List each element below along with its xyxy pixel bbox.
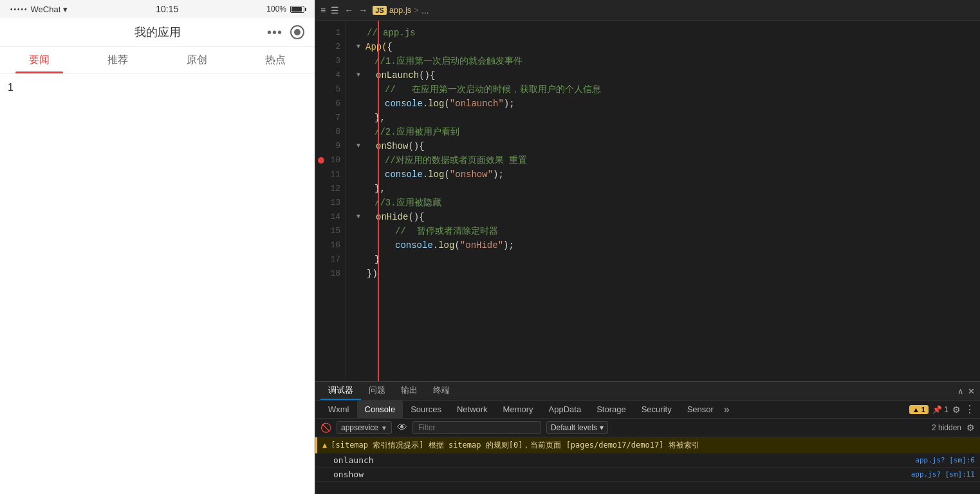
fold-arrow-2[interactable]: ▼ [356,40,364,54]
collapse-icon[interactable]: ∧ [957,386,964,396]
code-token: { [387,40,393,54]
devtools-tab-bar: Wxml Console Sources Network Memory AppD… [315,401,980,419]
line-num-6: 6 [315,97,346,111]
tab-output[interactable]: 输出 [393,382,425,400]
close-panel-icon[interactable]: ✕ [968,386,975,396]
bottom-panel: 调试器 问题 输出 终端 ∧ ✕ Wxml [315,381,980,494]
code-token: } [374,252,380,267]
code-line-8: //2.应用被用户看到 [356,125,980,139]
devtools-tab-network[interactable]: Network [449,401,495,418]
devtools-tab-wxml[interactable]: Wxml [320,401,357,418]
pin-count: 📌 1 [932,405,948,414]
bookmark-icon[interactable]: ☰ [331,5,339,15]
record-button[interactable] [290,25,304,39]
line-num-9: 9 [315,139,346,153]
code-line-16: console.log("onHide"); [356,238,980,252]
phone-simulator: ••••• WeChat ▾ 10:15 100% 我的应用 ••• 要闻 推荐… [0,0,315,494]
breadcrumb-filename: app.js [389,5,412,15]
levels-arrow-icon: ▾ [600,423,604,432]
code-token: //对应用的数据或者页面效果 重置 [385,153,527,167]
line-num-5: 5 [315,82,346,97]
devtools-tab-sensor[interactable]: Sensor [680,401,721,418]
code-token: "onHide" [460,238,503,252]
devtools-tab-storage[interactable]: Storage [589,401,634,418]
phone-status-bar: ••••• WeChat ▾ 10:15 100% [0,0,315,18]
warning-triangle-icon: ▲ [322,441,327,450]
code-line-6: console.log("onlaunch"); [356,97,980,111]
tab-recommend[interactable]: 推荐 [79,47,157,73]
devtools-tab-appdata[interactable]: AppData [541,401,589,418]
fold-arrow-9[interactable]: ▼ [356,139,364,153]
line-num-8: 8 [315,125,346,139]
panel-actions: ∧ ✕ [957,386,975,396]
log-link-onlaunch[interactable]: app.js? [sm]:6 [915,456,975,464]
code-line-5: // 在应用第一次启动的时候，获取用户的个人信息 [356,82,980,97]
panel-tabs: 调试器 问题 输出 终端 [320,382,458,400]
levels-selector[interactable]: Default levels ▾ [546,421,608,434]
hamburger-menu-icon[interactable]: ≡ [320,5,326,15]
code-token: (){ [408,210,424,224]
app-title: 我的应用 [49,24,267,40]
code-token: ); [504,97,515,111]
tab-news[interactable]: 要闻 [0,47,79,73]
code-token: . [423,167,428,182]
code-token: // app.js [367,26,416,40]
eye-icon[interactable]: 👁 [397,422,407,433]
phone-tab-bar: 要闻 推荐 原创 热点 [0,47,315,74]
code-token: ); [503,238,514,252]
devtools-more-icon[interactable]: » [724,404,730,415]
forward-icon[interactable]: → [358,5,367,15]
title-actions: ••• [267,25,304,40]
devtools-settings-icon[interactable]: ⚙ [952,404,961,415]
phone-title-bar: 我的应用 ••• [0,18,315,47]
code-token: // 暂停或者清除定时器 [395,224,498,238]
code-token: }, [374,111,385,125]
code-token: ( [444,167,449,182]
filter-input[interactable] [412,421,541,434]
code-token: //2.应用被用户看到 [374,125,459,139]
code-line-13: //3.应用被隐藏 [356,196,980,210]
panel-tabs-row: 调试器 问题 输出 终端 ∧ ✕ [315,382,980,401]
tab-original[interactable]: 原创 [158,47,236,73]
code-token: //1.应用第一次启动的就会触发事件 [374,54,522,68]
code-token: console [385,167,423,182]
more-options-button[interactable]: ••• [267,25,282,40]
line-num-1: 1 [315,26,346,40]
fold-arrow-14[interactable]: ▼ [356,210,364,224]
clear-console-button[interactable]: 🚫 [320,423,331,433]
tab-problems[interactable]: 问题 [361,382,393,400]
code-content: // app.js ▼ App({ //1.应用第一次启动的就会触发事件 ▼ o… [346,21,980,381]
code-line-11: console.log("onshow"); [356,167,980,182]
log-link-onshow[interactable]: app.js? [sm]:11 [911,470,975,479]
context-selector[interactable]: appservice ▼ [337,421,392,434]
code-token: log [428,97,444,111]
line-num-15: 15 [315,224,346,238]
code-token: onHide [376,210,408,224]
tab-debug[interactable]: 调试器 [320,382,361,400]
console-settings-icon[interactable]: ⚙ [966,423,975,433]
line-num-3: 3 [315,54,346,68]
fold-arrow-4[interactable]: ▼ [356,68,364,82]
devtools-tab-memory[interactable]: Memory [495,401,541,418]
code-line-14: ▼ onHide(){ [356,210,980,224]
code-token: "onlaunch" [450,97,504,111]
line-num-12: 12 [315,182,346,196]
code-token: console [395,238,433,252]
devtools-more-options-icon[interactable]: ⋮ [965,403,975,415]
devtools-tab-security[interactable]: Security [634,401,680,418]
code-line-9: ▼ onShow(){ [356,139,980,153]
breadcrumb: JS app.js > ... [373,5,429,15]
code-line-18: }) [356,267,980,281]
console-warning-row: ▲ [sitemap 索引情况提示] 根据 sitemap 的规则[0]，当前页… [315,437,980,453]
line-num-13: 13 [315,196,346,210]
console-toolbar: 🚫 appservice ▼ 👁 Default levels ▾ 2 hidd… [315,419,980,437]
tab-hot[interactable]: 热点 [236,47,315,73]
devtools-tab-sources[interactable]: Sources [403,401,449,418]
tab-terminal[interactable]: 终端 [425,382,458,400]
back-icon[interactable]: ← [344,5,353,15]
line-numbers: 1 2 3 4 5 6 7 8 9 10 11 12 13 14 15 16 1… [315,21,346,381]
code-lines: 1 2 3 4 5 6 7 8 9 10 11 12 13 14 15 16 1… [315,21,980,381]
code-editor[interactable]: 1 2 3 4 5 6 7 8 9 10 11 12 13 14 15 16 1… [315,21,980,381]
devtools-tab-console[interactable]: Console [357,401,403,418]
code-token: ); [493,167,504,182]
